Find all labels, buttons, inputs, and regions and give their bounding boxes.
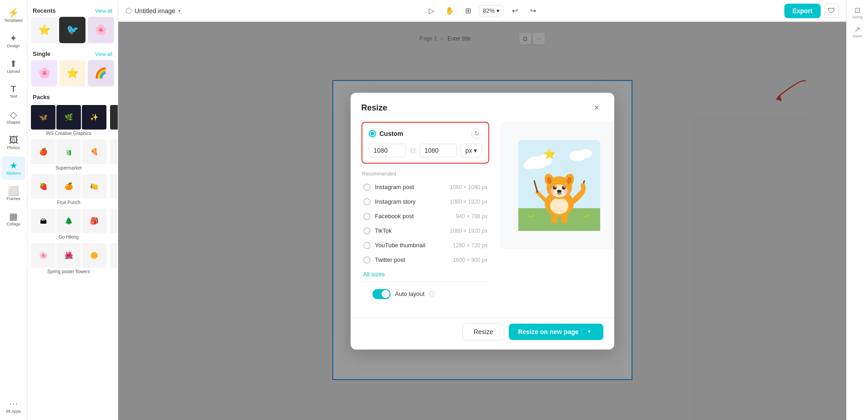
width-input-wrap: [369, 144, 406, 157]
zoom-control[interactable]: 82% ▾: [479, 5, 504, 16]
pack-hike-thumb-1: 🏔: [31, 209, 55, 233]
facebook-post-name: Facebook post: [375, 213, 452, 220]
size-option-instagram-post[interactable]: Instagram post 1080 × 1080 px: [361, 180, 490, 195]
sidebar-item-collage[interactable]: ▦ Collage: [2, 207, 25, 231]
sizing-label: Sizing: [853, 15, 863, 19]
resize-new-page-button[interactable]: Resize on new page ▾: [509, 324, 603, 340]
single-sticker-3[interactable]: 🌈: [88, 60, 114, 86]
instagram-story-radio: [363, 198, 371, 205]
pack-fruit[interactable]: 🍓 🍊 🍋 Fruit Punch: [31, 174, 106, 205]
svg-point-21: [557, 190, 562, 193]
size-option-tiktok[interactable]: TikTok 1080 × 1920 px: [361, 224, 490, 238]
recommended-label: Recommended: [361, 171, 490, 176]
auto-layout-toggle[interactable]: [372, 289, 391, 299]
resize-button[interactable]: Resize: [462, 323, 505, 340]
resize-new-chevron-icon[interactable]: ▾: [582, 329, 594, 335]
unit-select[interactable]: px ▾: [461, 144, 482, 157]
photos-icon: 🖼: [9, 135, 18, 145]
size-inputs: ⛓ px ▾: [369, 144, 482, 157]
undo-button[interactable]: ↩: [507, 4, 522, 18]
pack-supermarket[interactable]: 🍎 🧃 🍕 Supermarket: [31, 140, 106, 170]
right-sidebar-sizing[interactable]: ⊡ Sizing: [849, 4, 866, 21]
recents-section-header: Recents View all: [27, 4, 118, 17]
apps-icon: ⋯: [9, 399, 18, 408]
instagram-story-name: Instagram story: [375, 198, 446, 205]
play-button[interactable]: ▷: [424, 4, 439, 18]
width-input[interactable]: [374, 147, 401, 154]
shield-button[interactable]: 🛡: [824, 4, 839, 18]
refresh-button[interactable]: ↻: [471, 128, 482, 139]
custom-radio-label[interactable]: Custom: [369, 130, 403, 137]
pack-spring[interactable]: 🌸 🌺 🌼 Spring poster flowers: [31, 243, 106, 274]
sidebar-item-text[interactable]: T Text: [2, 80, 25, 104]
sidebar-item-apps[interactable]: ⋯ 88 Apps: [2, 396, 25, 420]
sidebar-item-templates[interactable]: ⚡ Templates: [2, 4, 25, 27]
pack-fruit-name: Fruit Punch: [57, 200, 80, 205]
height-input[interactable]: [425, 147, 452, 154]
single-sticker-1[interactable]: 🌸: [31, 60, 57, 86]
sidebar-item-photos[interactable]: 🖼 Photos: [2, 131, 25, 155]
pack-oilboy[interactable]: 🎨 🖌 🌅 Oil Painting Boy: [110, 140, 118, 170]
modal-overlay: Resize × Custom: [118, 22, 846, 420]
recents-view-all[interactable]: View all: [95, 8, 112, 14]
doc-title-area[interactable]: ⬡ Untitled image ▾: [125, 6, 181, 15]
custom-radio-dot: [369, 130, 376, 137]
share-icon: ↗: [854, 25, 860, 34]
single-grid: 🌸 ⭐ 🌈: [27, 60, 118, 90]
twitter-dim: 1600 × 900 px: [453, 257, 487, 263]
pack-hike-name: Go Hiking: [59, 235, 79, 240]
size-option-twitter[interactable]: Twitter post 1600 × 900 px: [361, 253, 490, 267]
grid-button[interactable]: ⊞: [461, 4, 475, 18]
svg-text:🌱: 🌱: [527, 214, 536, 221]
pack-black[interactable]: 🌑 ⚡ 🖤 Black Imagination: [110, 105, 118, 136]
svg-point-7: [579, 149, 592, 158]
youtube-dim: 1280 × 720 px: [453, 242, 487, 249]
pack-spring-thumb-3: 🌼: [82, 243, 106, 268]
pack-renaissance[interactable]: 🏛 🗿 🎭 Renaissance: [110, 243, 118, 274]
pack-black-thumb-1: 🌑: [110, 105, 118, 130]
resize-new-label: Resize on new page: [518, 328, 578, 335]
recents-title: Recents: [33, 7, 56, 14]
icon-sidebar: ⚡ Templates ✦ Design ⬆ Upload T Text ◇ S…: [0, 0, 27, 420]
sidebar-item-frames[interactable]: ⬜ Frames: [2, 182, 25, 205]
svg-rect-29: [561, 214, 567, 224]
instagram-post-name: Instagram post: [375, 184, 446, 190]
youtube-radio: [363, 242, 371, 249]
pack-fruit-thumb-3: 🍋: [82, 174, 106, 199]
svg-rect-28: [551, 214, 557, 224]
pack-inspiration[interactable]: 💡 ✨ 🎯 Inspiration Today: [110, 174, 118, 205]
pack-super-thumb-1: 🍎: [31, 140, 55, 164]
export-button[interactable]: Export: [784, 4, 821, 18]
size-option-facebook-post[interactable]: Facebook post 940 × 788 px: [361, 209, 490, 224]
pack-rena-thumb-1: 🏛: [110, 243, 118, 268]
frames-label: Frames: [6, 196, 20, 201]
pack-ins-thumb-2: 🌿: [56, 105, 81, 130]
sidebar-item-shapes[interactable]: ◇ Shapes: [2, 105, 25, 129]
recent-sticker-1[interactable]: ⭐: [31, 17, 57, 43]
twitter-name: Twitter post: [375, 256, 448, 263]
tiktok-name: TikTok: [375, 227, 446, 234]
redo-button[interactable]: ↪: [526, 4, 540, 18]
pack-hike-thumb-3: 🎒: [82, 209, 106, 233]
recent-sticker-2[interactable]: 🐦: [59, 17, 85, 43]
pack-ins[interactable]: 🦋 🌿 ✨ INS Creative Graphics: [31, 105, 106, 136]
pack-juice[interactable]: 🥤 🍹 🍓 Juice girl: [110, 209, 118, 240]
modal-close-button[interactable]: ×: [591, 102, 603, 115]
preview-image: ⭐: [518, 140, 600, 231]
pack-super-thumb-3: 🍕: [82, 140, 106, 164]
sidebar-item-design[interactable]: ✦ Design: [2, 29, 25, 53]
single-sticker-2[interactable]: ⭐: [59, 60, 85, 86]
size-option-youtube[interactable]: YouTube thumbnail 1280 × 720 px: [361, 238, 490, 253]
pack-hiking[interactable]: 🏔 🌲 🎒 Go Hiking: [31, 209, 106, 240]
single-view-all[interactable]: View all: [95, 51, 112, 57]
sidebar-item-upload[interactable]: ⬆ Upload: [2, 55, 25, 78]
all-sizes-link[interactable]: All sizes: [361, 271, 490, 278]
hand-button[interactable]: ✋: [442, 4, 457, 18]
size-option-instagram-story[interactable]: Instagram story 1080 × 1920 px: [361, 195, 490, 209]
sidebar-item-stickers[interactable]: ★ Stickers: [2, 156, 25, 180]
info-icon[interactable]: ⓘ: [429, 290, 435, 298]
right-sidebar-share[interactable]: ↗ Share: [849, 23, 866, 40]
recent-sticker-3[interactable]: 🌸: [88, 17, 114, 43]
pack-fruit-thumb-2: 🍊: [56, 174, 81, 199]
pack-ins-thumb-3: ✨: [82, 105, 106, 130]
